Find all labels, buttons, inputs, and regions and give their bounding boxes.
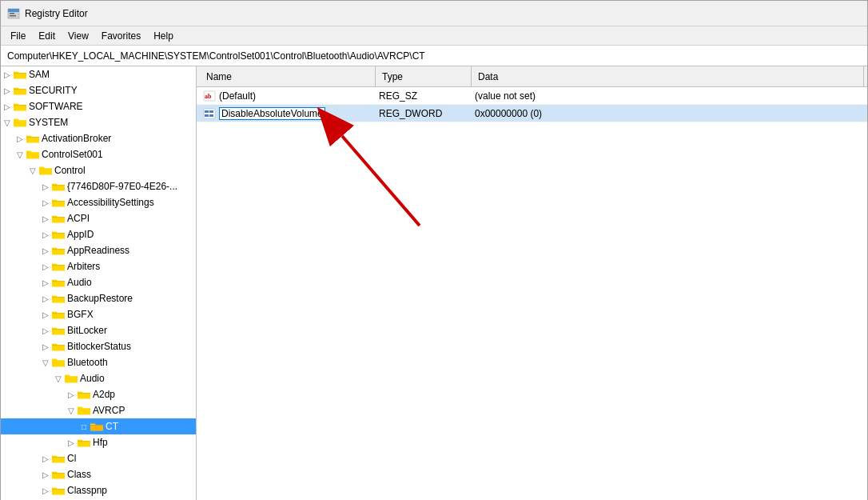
tree-item-classpnp[interactable]: ▷ Classpnp bbox=[1, 482, 196, 498]
folder-icon-controlset001 bbox=[26, 149, 39, 160]
folder-icon-system bbox=[14, 117, 26, 128]
menu-view[interactable]: View bbox=[62, 29, 95, 43]
tree-label-controlset001: ControlSet001 bbox=[42, 149, 103, 160]
col-header-data[interactable]: Data bbox=[472, 66, 864, 86]
tree-label-class: Class bbox=[67, 469, 91, 480]
expander-activationbroker: ▷ bbox=[14, 130, 26, 146]
tree-label-system: SYSTEM bbox=[29, 117, 68, 128]
menu-edit[interactable]: Edit bbox=[32, 29, 62, 43]
tree-item-a2dp[interactable]: ▷ A2dp bbox=[1, 386, 196, 402]
expander-security: ▷ bbox=[1, 82, 14, 98]
folder-icon-arbiters bbox=[52, 261, 65, 272]
main-area: ▷ SAM ▷ SECURITY ▷ SOFTWARE bbox=[1, 66, 867, 500]
tree-item-acpi[interactable]: ▷ ACPI bbox=[1, 210, 196, 226]
tree-label-hfp: Hfp bbox=[93, 437, 108, 448]
expander-a2dp: ▷ bbox=[65, 386, 78, 402]
expander-bgfx: ▷ bbox=[39, 306, 52, 322]
tree-item-bitlocker[interactable]: ▷ BitLocker bbox=[1, 322, 196, 338]
expander-appid: ▷ bbox=[39, 226, 52, 242]
column-headers: Name Type Data bbox=[197, 66, 867, 87]
data-cell-disableabsolutevolume: 0x00000000 (0) bbox=[472, 108, 864, 119]
tree-label-software: SOFTWARE bbox=[29, 101, 83, 112]
tree-item-bgfx[interactable]: ▷ BGFX bbox=[1, 306, 196, 322]
tree-item-class[interactable]: ▷ Class bbox=[1, 466, 196, 482]
tree-item-control[interactable]: ▽ Control bbox=[1, 162, 196, 178]
ab-icon: ab bbox=[203, 90, 216, 102]
title-bar: Registry Editor bbox=[1, 1, 867, 26]
expander-classpnp: ▷ bbox=[39, 482, 52, 498]
folder-icon-bluetooth bbox=[52, 357, 65, 368]
tree-item-ct[interactable]: □ CT bbox=[1, 418, 196, 434]
folder-icon-acpi bbox=[52, 213, 65, 224]
tree-label-bitlocker: BitLocker bbox=[67, 325, 107, 336]
data-row-disableabsolutevolume[interactable]: DisableAbsoluteVolume REG_DWORD 0x000000… bbox=[197, 105, 867, 122]
folder-icon-bt-audio bbox=[65, 373, 78, 384]
tree-label-acpi: ACPI bbox=[67, 213, 90, 224]
folder-icon-audio bbox=[52, 277, 65, 288]
tree-item-accessibilitysettings[interactable]: ▷ AccessibilitySettings bbox=[1, 194, 196, 210]
tree-item-software[interactable]: ▷ SOFTWARE bbox=[1, 98, 196, 114]
tree-label-control: Control bbox=[54, 165, 86, 176]
tree-item-bt-audio[interactable]: ▽ Audio bbox=[1, 370, 196, 386]
tree-item-appid[interactable]: ▷ AppID bbox=[1, 226, 196, 242]
expander-audio: ▷ bbox=[39, 274, 52, 290]
disableabsolutevolume-name[interactable]: DisableAbsoluteVolume bbox=[219, 107, 325, 120]
folder-icon-security bbox=[14, 85, 26, 96]
tree-item-controlset001[interactable]: ▽ ControlSet001 bbox=[1, 146, 196, 162]
tree-item-7746[interactable]: ▷ {7746D80F-97E0-4E26-... bbox=[1, 178, 196, 194]
folder-icon-avrcp bbox=[78, 405, 90, 416]
tree-panel: ▷ SAM ▷ SECURITY ▷ SOFTWARE bbox=[1, 66, 197, 500]
folder-icon-software bbox=[14, 101, 26, 112]
data-rows: ab (Default) REG_SZ (value not set) bbox=[197, 87, 867, 500]
tree-label-bitlockerstatus: BitlockerStatus bbox=[67, 341, 131, 352]
default-name: (Default) bbox=[219, 90, 256, 102]
svg-rect-1 bbox=[8, 9, 19, 12]
folder-icon-bitlockerstatus bbox=[52, 341, 65, 352]
name-cell-default: ab (Default) bbox=[200, 90, 376, 102]
tree-label-7746: {7746D80F-97E0-4E26-... bbox=[67, 181, 177, 192]
col-header-type[interactable]: Type bbox=[376, 66, 472, 86]
app-icon bbox=[7, 7, 20, 20]
folder-icon-hfp bbox=[78, 437, 90, 448]
menu-help[interactable]: Help bbox=[147, 29, 180, 43]
tree-item-audio[interactable]: ▷ Audio bbox=[1, 274, 196, 290]
col-header-name[interactable]: Name bbox=[200, 66, 376, 86]
svg-rect-2 bbox=[10, 13, 14, 14]
expander-accessibilitysettings: ▷ bbox=[39, 194, 52, 210]
data-row-default[interactable]: ab (Default) REG_SZ (value not set) bbox=[197, 87, 867, 105]
tree-scroll[interactable]: ▷ SAM ▷ SECURITY ▷ SOFTWARE bbox=[1, 66, 196, 500]
tree-item-cl[interactable]: ▷ Cl bbox=[1, 450, 196, 466]
folder-icon-control bbox=[39, 165, 52, 176]
tree-item-arbiters[interactable]: ▷ Arbiters bbox=[1, 258, 196, 274]
tree-item-activationbroker[interactable]: ▷ ActivationBroker bbox=[1, 130, 196, 146]
tree-label-bgfx: BGFX bbox=[67, 309, 94, 320]
tree-item-bluetooth[interactable]: ▽ Bluetooth bbox=[1, 354, 196, 370]
tree-item-bitlockerstatus[interactable]: ▷ BitlockerStatus bbox=[1, 338, 196, 354]
svg-rect-6 bbox=[204, 109, 215, 118]
address-bar: Computer\HKEY_LOCAL_MACHINE\SYSTEM\Contr… bbox=[1, 46, 867, 66]
tree-item-appreadiness[interactable]: ▷ AppReadiness bbox=[1, 242, 196, 258]
type-cell-default: REG_SZ bbox=[376, 90, 472, 102]
folder-icon-classpnp bbox=[52, 485, 65, 496]
data-cell-default: (value not set) bbox=[472, 90, 864, 102]
folder-icon-sam bbox=[14, 69, 26, 80]
tree-item-avrcp[interactable]: ▽ AVRCP bbox=[1, 402, 196, 418]
menu-file[interactable]: File bbox=[4, 29, 32, 43]
folder-icon-activationbroker bbox=[26, 133, 39, 144]
tree-item-security[interactable]: ▷ SECURITY bbox=[1, 82, 196, 98]
tree-item-system[interactable]: ▽ SYSTEM bbox=[1, 114, 196, 130]
tree-item-sam[interactable]: ▷ SAM bbox=[1, 66, 196, 82]
expander-hfp: ▷ bbox=[65, 434, 78, 450]
tree-item-hfp[interactable]: ▷ Hfp bbox=[1, 434, 196, 450]
folder-icon-ct bbox=[90, 421, 103, 432]
name-cell-disableabsolutevolume: DisableAbsoluteVolume bbox=[200, 107, 376, 120]
svg-text:ab: ab bbox=[205, 93, 212, 100]
address-text: Computer\HKEY_LOCAL_MACHINE\SYSTEM\Contr… bbox=[7, 50, 425, 62]
expander-bt-audio: ▽ bbox=[52, 370, 65, 386]
tree-label-ct: CT bbox=[106, 421, 118, 432]
tree-item-backuprestore[interactable]: ▷ BackupRestore bbox=[1, 290, 196, 306]
folder-icon-7746 bbox=[52, 181, 65, 192]
tree-label-backuprestore: BackupRestore bbox=[67, 293, 133, 304]
menu-favorites[interactable]: Favorites bbox=[95, 29, 147, 43]
folder-icon-cl bbox=[52, 453, 65, 464]
